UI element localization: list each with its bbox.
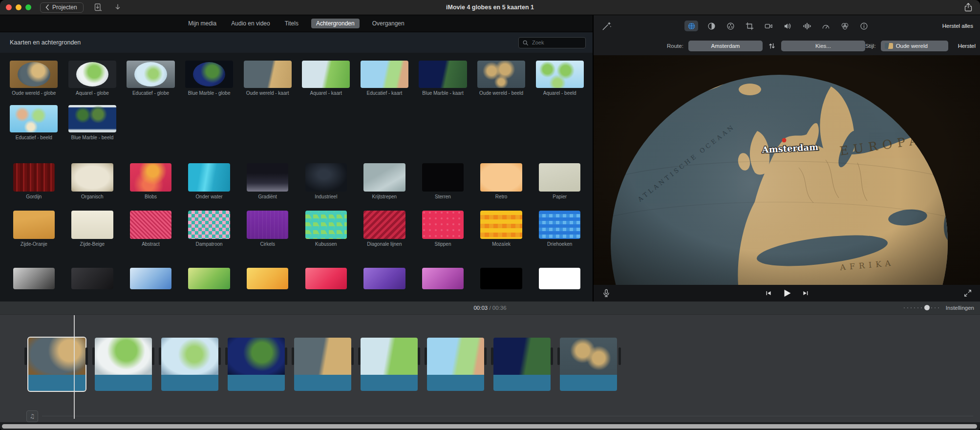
thumbnail-dampatroon[interactable]: Dampatroon bbox=[183, 211, 235, 253]
timeline-clip-educatief-kaart[interactable] bbox=[427, 338, 484, 391]
thumbnail-oude-wereld-globe[interactable]: Oude wereld - globe bbox=[8, 61, 60, 102]
reset-button[interactable]: Herstel bbox=[958, 43, 976, 49]
info-icon[interactable] bbox=[858, 21, 870, 31]
volume-icon[interactable] bbox=[782, 21, 793, 31]
swap-route-icon[interactable] bbox=[767, 42, 776, 50]
thumbnail-abstract[interactable]: Abstract bbox=[125, 211, 177, 253]
style-picker-button[interactable]: Oude wereld bbox=[881, 41, 948, 51]
thumbnail-gradient[interactable] bbox=[533, 268, 586, 289]
download-icon[interactable] bbox=[113, 2, 123, 12]
timeline-clip-blue-marble-kaart[interactable] bbox=[493, 338, 551, 391]
thumbnail-zijde-beige[interactable]: Zijde-Beige bbox=[66, 211, 119, 253]
search-box[interactable] bbox=[518, 37, 586, 48]
thumbnail-gradient[interactable] bbox=[241, 268, 294, 289]
tab-achtergronden[interactable]: Achtergronden bbox=[311, 19, 360, 28]
import-media-icon[interactable] bbox=[93, 2, 103, 12]
route-start-button[interactable]: Amsterdam bbox=[688, 41, 763, 51]
clip-trim-handle[interactable] bbox=[484, 347, 487, 365]
thumbnail-oude-wereld-kaart[interactable]: Oude wereld - kaart bbox=[241, 61, 294, 102]
thumbnail-gordijn[interactable]: Gordijn bbox=[8, 163, 60, 206]
noise-reduction-icon[interactable] bbox=[801, 21, 812, 31]
thumbnail-driehoeken[interactable]: Driehoeken bbox=[533, 211, 586, 253]
thumbnail-aquarel-kaart[interactable]: Aquarel - kaart bbox=[300, 61, 352, 102]
clip-trim-handle[interactable] bbox=[551, 347, 553, 365]
playhead[interactable] bbox=[74, 315, 75, 419]
zoom-slider-thumb[interactable] bbox=[924, 305, 930, 310]
thumbnail-gradient[interactable] bbox=[8, 268, 60, 289]
clip-trim-handle[interactable] bbox=[618, 347, 621, 365]
route-globe-icon[interactable] bbox=[684, 21, 698, 31]
thumbnail-zijde-oranje[interactable]: Zijde-Oranje bbox=[8, 211, 60, 253]
thumbnail-gradient[interactable] bbox=[183, 268, 235, 289]
thumbnail-kubussen[interactable]: Kubussen bbox=[300, 211, 352, 253]
reset-all-button[interactable]: Herstel alles bbox=[942, 23, 973, 29]
thumbnail-gradi-nt[interactable]: Gradiënt bbox=[241, 163, 294, 206]
thumbnail-gradient[interactable] bbox=[359, 268, 411, 289]
scrollbar-thumb[interactable] bbox=[2, 424, 977, 429]
thumbnail-gradient[interactable] bbox=[66, 268, 119, 289]
thumbnail-educatief-kaart[interactable]: Educatief - kaart bbox=[359, 61, 411, 102]
music-note-icon[interactable]: ♫ bbox=[26, 410, 38, 422]
thumbnail-stippen[interactable]: Stippen bbox=[417, 211, 469, 253]
clip-trim-handle[interactable] bbox=[351, 347, 354, 365]
clip-trim-handle[interactable] bbox=[418, 347, 420, 365]
tab-titels[interactable]: Titels bbox=[283, 19, 300, 28]
effects-icon[interactable] bbox=[839, 21, 851, 31]
clip-trim-handle[interactable] bbox=[218, 347, 221, 365]
clip-trim-handle[interactable] bbox=[285, 347, 287, 365]
thumbnail-industrieel[interactable]: Industrieel bbox=[300, 163, 352, 206]
zoom-button[interactable] bbox=[25, 4, 31, 10]
timeline-clip-oude-wereld-beeld[interactable] bbox=[560, 338, 617, 391]
thumbnail-gradient[interactable] bbox=[300, 268, 352, 289]
color-balance-icon[interactable] bbox=[705, 21, 717, 31]
thumbnail-sterren[interactable]: Sterren bbox=[417, 163, 469, 206]
thumbnail-papier[interactable]: Papier bbox=[533, 163, 586, 206]
next-frame-icon[interactable] bbox=[801, 288, 810, 298]
thumbnail-aquarel-globe[interactable]: Aquarel - globe bbox=[66, 61, 119, 102]
thumbnail-diagonale-lijnen[interactable]: Diagonale lijnen bbox=[359, 211, 411, 253]
close-button[interactable] bbox=[6, 4, 12, 10]
thumbnail-gradient[interactable] bbox=[125, 268, 177, 289]
minimize-button[interactable] bbox=[16, 4, 21, 10]
route-end-button[interactable]: Kies... bbox=[781, 41, 865, 51]
timeline-clip-aquarel-globe[interactable] bbox=[95, 338, 152, 391]
thumbnail-aquarel-beeld[interactable]: Aquarel - beeld bbox=[533, 61, 586, 102]
crop-icon[interactable] bbox=[744, 21, 755, 31]
tab-audio-en-video[interactable]: Audio en video bbox=[229, 19, 272, 28]
color-correction-icon[interactable] bbox=[724, 21, 736, 31]
thumbnail-blobs[interactable]: Blobs bbox=[125, 163, 177, 206]
tab-mijn-media[interactable]: Mijn media bbox=[186, 19, 218, 28]
thumbnail-educatief-globe[interactable]: Educatief - globe bbox=[125, 61, 177, 102]
thumbnail-blue-marble-beeld[interactable]: Blue Marble - beeld bbox=[66, 105, 119, 147]
thumbnail-educatief-beeld[interactable]: Educatief - beeld bbox=[8, 105, 60, 147]
speed-icon[interactable] bbox=[820, 21, 831, 31]
clip-zoom-slider[interactable] bbox=[904, 305, 941, 311]
thumbnail-moza-ek[interactable]: Mozaïek bbox=[475, 211, 528, 253]
projects-back-button[interactable]: Projecten bbox=[40, 2, 84, 13]
thumbnail-retro[interactable]: Retro bbox=[475, 163, 528, 206]
clip-trim-handle[interactable] bbox=[152, 347, 154, 365]
thumbnail-gradient[interactable] bbox=[417, 268, 469, 289]
magic-wand-icon[interactable] bbox=[601, 21, 612, 31]
play-icon[interactable] bbox=[782, 288, 792, 298]
search-input[interactable] bbox=[531, 39, 582, 46]
clip-trim-handle[interactable] bbox=[24, 347, 27, 365]
thumbnail-krijtstrepen[interactable]: Krijtstrepen bbox=[359, 163, 411, 206]
thumbnail-cirkels[interactable]: Cirkels bbox=[241, 211, 294, 253]
previous-frame-icon[interactable] bbox=[764, 288, 773, 298]
tab-overgangen[interactable]: Overgangen bbox=[370, 19, 406, 28]
thumbnail-oude-wereld-beeld[interactable]: Oude wereld - beeld bbox=[475, 61, 528, 102]
share-icon[interactable] bbox=[963, 2, 973, 12]
timeline-clip-oude-wereld-kaart[interactable] bbox=[294, 338, 351, 391]
timeline-clip-oude-wereld-globe[interactable] bbox=[28, 338, 85, 391]
stabilization-icon[interactable] bbox=[763, 21, 774, 31]
timeline-clip-blue-marble-globe[interactable] bbox=[228, 338, 285, 391]
timeline-clip-aquarel-kaart[interactable] bbox=[361, 338, 418, 391]
thumbnail-organisch[interactable]: Organisch bbox=[66, 163, 119, 206]
thumbnail-onder-water[interactable]: Onder water bbox=[183, 163, 235, 206]
timeline-clip-educatief-globe[interactable] bbox=[161, 338, 218, 391]
clip-trim-handle[interactable] bbox=[85, 347, 88, 365]
thumbnail-blue-marble-globe[interactable]: Blue Marble - globe bbox=[183, 61, 235, 102]
thumbnail-gradient[interactable] bbox=[475, 268, 528, 289]
thumbnail-blue-marble-kaart[interactable]: Blue Marble - kaart bbox=[417, 61, 469, 102]
